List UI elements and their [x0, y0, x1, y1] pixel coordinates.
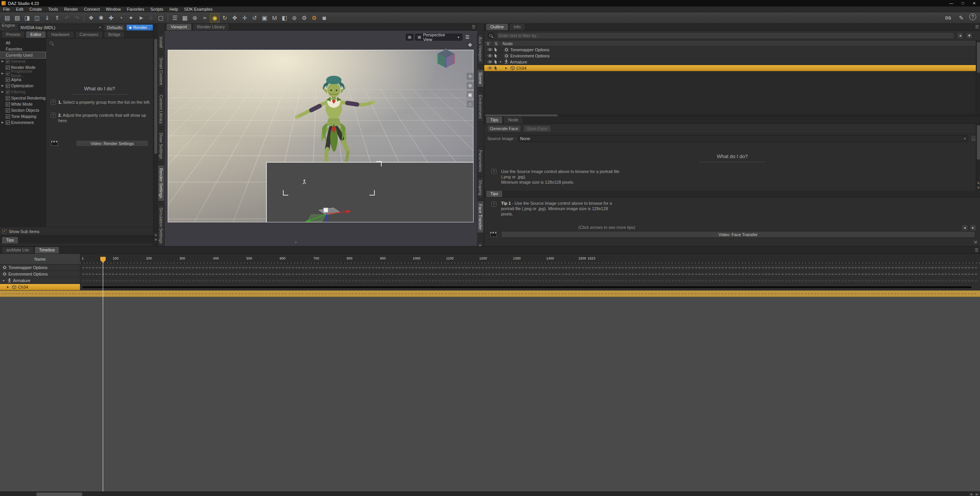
tab-info[interactable]: Info [509, 23, 525, 30]
lasso-tool-icon[interactable]: ◌ [146, 13, 156, 23]
surface-paint-icon[interactable]: ◉ [210, 13, 220, 23]
search-icon[interactable] [50, 41, 53, 44]
search-icon[interactable] [487, 32, 494, 39]
pane-menu-icon[interactable]: ☰ [472, 24, 475, 29]
eye-icon[interactable] [487, 66, 493, 70]
eye-icon[interactable] [487, 48, 493, 51]
cursor-icon[interactable] [494, 66, 498, 70]
node-environment-options[interactable]: Environment Options [484, 53, 976, 59]
track-keys[interactable] [80, 271, 980, 277]
daz-central-icon[interactable]: DS [943, 13, 953, 23]
video-face-transfer-button[interactable]: Video: Face Transfer [501, 231, 975, 238]
filter-back-button[interactable]: ◄ [957, 32, 964, 39]
resize-grip[interactable]: ≡ [295, 240, 297, 244]
scroll-up-icon[interactable]: ▲ [976, 180, 980, 185]
dock-tab-simulation-settings[interactable]: Simulation Settings [158, 204, 165, 246]
figure-pair-icon[interactable]: ⊚ [289, 13, 299, 23]
save-file-icon[interactable]: ◫ [32, 13, 42, 23]
menu-create[interactable]: Create [26, 7, 45, 12]
minimize-button[interactable]: — [946, 0, 957, 7]
frame-ruler[interactable]: 1 100 200 300 400 500 600 700 800 900 10… [80, 254, 980, 264]
frame-icon[interactable]: ▣ [467, 91, 474, 98]
cursor-icon[interactable] [494, 60, 498, 64]
universal-tool-icon[interactable]: ✥ [230, 13, 240, 23]
face-pane-scrollbar[interactable]: ▲ ▼ [976, 124, 980, 191]
translate-gizmo[interactable] [303, 200, 353, 222]
tab-tips[interactable]: Tips [2, 237, 18, 243]
category-spectral-rendering[interactable]: Spectral Rendering [0, 95, 46, 101]
undo-icon[interactable]: ↶ [62, 13, 72, 23]
tab-tips[interactable]: Tips [486, 190, 503, 197]
help-icon[interactable]: ? [969, 13, 976, 20]
dock-tab-scene[interactable]: Scene [477, 69, 484, 87]
dock-tab-clipped[interactable]: ing [477, 241, 484, 246]
dock-tab-face-transfer[interactable]: Face Transfer [477, 201, 484, 233]
render-button[interactable]: ◉ Render... [126, 24, 154, 31]
eye-icon[interactable] [487, 54, 493, 57]
rotate-tool-icon[interactable]: ↺ [250, 13, 260, 23]
close-button[interactable]: ✕ [969, 0, 980, 7]
scene-hscrollbar[interactable] [484, 114, 980, 117]
track-armature[interactable]: ▼ Armature [0, 277, 80, 284]
cursor-icon[interactable] [494, 47, 498, 52]
menu-tools[interactable]: Tools [45, 7, 61, 12]
node-armature[interactable]: ▼ Armature [484, 59, 976, 65]
dock-tab-install[interactable]: Install [158, 34, 165, 51]
tab-tips[interactable]: Tips [486, 116, 503, 123]
dock-tab-content-library[interactable]: Content Library [158, 92, 165, 127]
render-settings-icon[interactable]: ⚙ [309, 13, 319, 23]
create-node-icon[interactable]: ❖ [86, 13, 96, 23]
globe-tool-icon[interactable]: ⊕ [190, 13, 200, 23]
engine-select[interactable]: NVIDIA Iray (MDL) ▼ [18, 24, 103, 31]
scroll-down-icon[interactable]: ▼ [976, 185, 980, 190]
dock-tab-aux-viewport[interactable]: Aux Viewport [477, 34, 484, 65]
orbit-tool-icon[interactable]: ↻ [220, 13, 230, 23]
category-progressive-rendering[interactable]: ▶Progressive Rend... [0, 70, 46, 77]
menu-help[interactable]: Help [166, 7, 181, 12]
track-ch34[interactable]: ▶ Ch34 [0, 284, 80, 290]
menu-edit[interactable]: Edit [13, 7, 26, 12]
tab-viewport[interactable]: Viewport [166, 23, 192, 30]
pane-menu-icon[interactable]: ☰ [975, 24, 979, 29]
filter-add-button[interactable]: ✚ [966, 32, 973, 39]
measure-tool-icon[interactable]: M [270, 13, 279, 23]
marquee-tool-icon[interactable]: ▢ [156, 13, 166, 23]
category-environment[interactable]: ▶Environment [0, 119, 46, 126]
expand-icon[interactable]: ▶ [505, 67, 509, 70]
merge-file-icon[interactable]: ◨ [22, 13, 32, 23]
aim-cross-icon[interactable]: ✛ [467, 73, 474, 80]
previous-tip-button[interactable]: ◄ [961, 224, 968, 231]
node-selection-icon[interactable]: ➣ [200, 13, 210, 23]
snap-icon[interactable]: ✱ [96, 13, 106, 23]
menu-favorites[interactable]: Favorites [124, 7, 147, 12]
category-favorites[interactable]: Favorites [0, 46, 46, 52]
view-options-button[interactable]: ⊞ [406, 34, 413, 41]
tab-hardware[interactable]: Hardware [47, 31, 74, 38]
track-keys[interactable] [80, 277, 980, 284]
source-image-select[interactable]: None ▼ [518, 135, 968, 142]
collapse-icon[interactable]: ▼ [2, 279, 6, 282]
generate-face-button[interactable]: Generate Face [487, 125, 521, 132]
cursor-icon[interactable] [494, 54, 498, 58]
dock-tab-parameters[interactable]: Parameters [477, 147, 484, 175]
tab-timeline[interactable]: Timeline [34, 246, 59, 253]
scene-scrollbar[interactable] [976, 41, 980, 114]
category-all[interactable]: All [0, 40, 46, 46]
zoom-icon[interactable]: ⊕ [467, 82, 474, 89]
defaults-button[interactable]: Defaults [105, 24, 124, 31]
timeline-hscrollbar[interactable]: ◄ ► [0, 491, 980, 496]
pointer-tool-icon[interactable]: ➤ [136, 13, 146, 23]
tab-node[interactable]: Node [503, 116, 523, 123]
import-icon[interactable]: ⇓ [42, 13, 52, 23]
dock-tab-shaping[interactable]: Shaping [477, 177, 484, 198]
surface-selection-icon[interactable]: ◧ [279, 13, 289, 23]
translate-tool-icon[interactable]: ✛ [240, 13, 250, 23]
expand-icon[interactable]: ▶ [7, 286, 10, 289]
tab-outline[interactable]: Outline [486, 23, 508, 30]
dock-tab-environment[interactable]: Environment [477, 92, 484, 122]
selected-track-band[interactable] [0, 290, 980, 297]
menu-connect[interactable]: Connect [81, 7, 103, 12]
category-optimization[interactable]: ▶Optimization [0, 83, 46, 89]
pane-menu-icon[interactable]: ☰ [975, 248, 978, 253]
pan-hand-icon[interactable]: ✥ [467, 41, 474, 49]
